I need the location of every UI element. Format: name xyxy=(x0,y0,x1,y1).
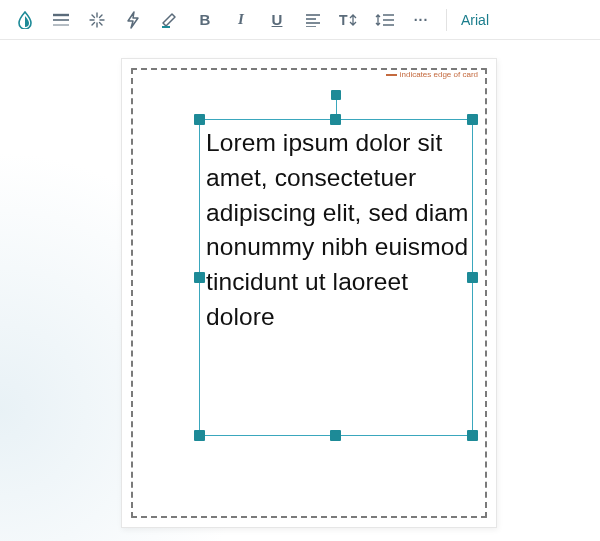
card-edge-hint: indicates edge of card xyxy=(384,70,480,79)
resize-handle-top-right[interactable] xyxy=(467,114,478,125)
more-label: ··· xyxy=(414,12,429,28)
lightning-icon xyxy=(126,11,140,29)
text-box-selection[interactable]: Lorem ipsum dolor sit amet, consectetuer… xyxy=(199,119,473,436)
align-button[interactable] xyxy=(296,4,330,36)
svg-line-10 xyxy=(92,22,95,25)
font-family-select[interactable]: Arial xyxy=(455,12,495,28)
rotate-handle[interactable] xyxy=(331,90,341,100)
font-family-value: Arial xyxy=(461,12,489,28)
card-edge-hint-text: indicates edge of card xyxy=(400,70,478,79)
effects-button[interactable] xyxy=(116,4,150,36)
toolbar-separator xyxy=(446,9,447,31)
underline-label: U xyxy=(272,11,283,28)
line-style-button[interactable] xyxy=(44,4,78,36)
toolbar: B I U T ··· Arial xyxy=(0,0,600,40)
resize-handle-bottom-left[interactable] xyxy=(194,430,205,441)
marker-icon xyxy=(160,11,178,28)
text-size-icon: T xyxy=(339,12,359,28)
canvas-workspace[interactable]: indicates edge of card Lorem ipsum dolor… xyxy=(0,40,600,541)
underline-button[interactable]: U xyxy=(260,4,294,36)
italic-button[interactable]: I xyxy=(224,4,258,36)
line-spacing-icon xyxy=(375,12,395,28)
text-box-content[interactable]: Lorem ipsum dolor sit amet, consectetuer… xyxy=(206,126,470,335)
resize-handle-top-center[interactable] xyxy=(330,114,341,125)
resize-handle-bottom-right[interactable] xyxy=(467,430,478,441)
align-icon xyxy=(305,13,321,27)
more-button[interactable]: ··· xyxy=(404,4,438,36)
resize-handle-bottom-center[interactable] xyxy=(330,430,341,441)
svg-line-7 xyxy=(92,15,95,18)
dash-icon xyxy=(386,74,397,76)
bold-button[interactable]: B xyxy=(188,4,222,36)
svg-text:T: T xyxy=(339,12,348,28)
sparkle-button[interactable] xyxy=(80,4,114,36)
resize-handle-middle-right[interactable] xyxy=(467,272,478,283)
italic-label: I xyxy=(238,11,244,28)
line-spacing-button[interactable] xyxy=(368,4,402,36)
resize-handle-top-left[interactable] xyxy=(194,114,205,125)
bold-label: B xyxy=(200,11,211,28)
card[interactable]: indicates edge of card Lorem ipsum dolor… xyxy=(121,58,497,528)
svg-line-8 xyxy=(100,22,103,25)
rotate-stem xyxy=(336,98,337,114)
sparkle-icon xyxy=(88,11,106,29)
text-size-button[interactable]: T xyxy=(332,4,366,36)
svg-line-9 xyxy=(100,15,103,18)
droplet-icon xyxy=(17,11,33,29)
fill-color-button[interactable] xyxy=(8,4,42,36)
highlight-button[interactable] xyxy=(152,4,186,36)
resize-handle-middle-left[interactable] xyxy=(194,272,205,283)
lines-icon xyxy=(52,13,70,27)
